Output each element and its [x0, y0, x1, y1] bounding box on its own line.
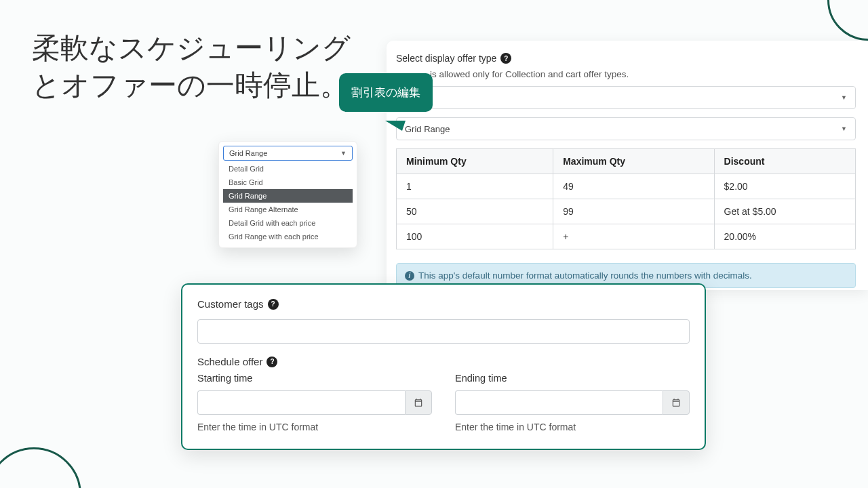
help-icon[interactable]: ? — [268, 299, 279, 310]
info-icon: i — [405, 271, 414, 281]
offer-type-note: is allowed only for Collection and cart … — [430, 69, 856, 79]
customer-tags-label: Customer tags ? — [197, 298, 690, 310]
decor-arc-bottom-left — [0, 447, 81, 488]
offer-config-panel: Select display offer type ? is allowed o… — [387, 41, 868, 290]
cell-discount: $2.00 — [714, 174, 855, 199]
page-heading: 柔軟なスケジューリング とオファーの一時停止。 — [32, 30, 351, 104]
display-offer-type-text: Select display offer type — [396, 53, 496, 64]
cell-min: 1 — [397, 174, 553, 199]
offer-type-select-secondary[interactable]: Grid Range ▼ — [396, 117, 856, 140]
col-discount: Discount — [714, 149, 855, 174]
starting-time-group: Starting time Enter the time in UTC form… — [197, 373, 432, 432]
table-row: 1 49 $2.00 — [397, 174, 856, 199]
display-type-dropdown-value: Grid Range — [229, 149, 267, 157]
schedule-offer-text: Schedule offer — [197, 356, 262, 367]
dropdown-option[interactable]: Detail Grid — [223, 162, 353, 176]
calendar-icon — [414, 398, 423, 407]
rounding-info-text: This app's default number format automat… — [418, 270, 752, 281]
caret-down-icon: ▼ — [340, 150, 347, 157]
caret-down-icon: ▼ — [841, 125, 847, 132]
ending-time-hint: Enter the time in UTC format — [455, 422, 690, 432]
heading-line-1: 柔軟なスケジューリング — [32, 32, 351, 64]
display-type-dropdown-list: Detail Grid Basic Grid Grid Range Grid R… — [223, 162, 353, 243]
schedule-card: Customer tags ? Schedule offer ? Startin… — [181, 283, 706, 450]
starting-time-label: Starting time — [197, 373, 432, 384]
cell-max: 99 — [553, 199, 714, 224]
cell-min: 50 — [397, 199, 553, 224]
cell-max: 49 — [553, 174, 714, 199]
cell-discount: 20.00% — [714, 224, 855, 249]
cell-min: 100 — [397, 224, 553, 249]
decor-arc-top-right — [827, 0, 868, 41]
ending-time-group: Ending time Enter the time in UTC format — [455, 373, 690, 432]
starting-time-calendar-button[interactable] — [405, 390, 432, 415]
col-min-qty: Minimum Qty — [397, 149, 553, 174]
starting-time-hint: Enter the time in UTC format — [197, 422, 432, 432]
ending-time-label: Ending time — [455, 373, 690, 384]
display-type-dropdown-popover: Grid Range ▼ Detail Grid Basic Grid Grid… — [218, 141, 357, 248]
display-offer-type-label: Select display offer type ? — [396, 53, 856, 64]
offer-type-select-secondary-value: Grid Range — [405, 124, 450, 134]
heading-line-2: とオファーの一時停止。 — [32, 69, 349, 101]
calendar-icon — [671, 398, 681, 407]
customer-tags-input[interactable] — [197, 319, 690, 344]
help-icon[interactable]: ? — [500, 53, 511, 64]
help-icon[interactable]: ? — [267, 357, 277, 367]
ending-time-calendar-button[interactable] — [663, 390, 690, 415]
dropdown-option[interactable]: Grid Range Alternate — [223, 203, 353, 216]
cell-discount: Get at $5.00 — [714, 199, 855, 224]
offer-type-select-primary[interactable]: ▼ — [396, 86, 856, 109]
col-max-qty: Maximum Qty — [553, 149, 714, 174]
dropdown-option[interactable]: Grid Range with each price — [223, 230, 353, 243]
schedule-offer-label: Schedule offer ? — [197, 356, 690, 367]
customer-tags-text: Customer tags — [197, 298, 264, 310]
caret-down-icon: ▼ — [841, 94, 847, 101]
dropdown-option[interactable]: Detail Grid with each price — [223, 216, 353, 230]
discount-preview-table: Minimum Qty Maximum Qty Discount 1 49 $2… — [396, 148, 856, 249]
decor-blob — [0, 258, 176, 434]
table-row: 50 99 Get at $5.00 — [397, 199, 856, 224]
table-row: 100 + 20.00% — [397, 224, 856, 249]
edit-discount-callout: 割引表の編集 — [339, 73, 433, 112]
dropdown-option[interactable]: Basic Grid — [223, 176, 353, 189]
dropdown-option-selected[interactable]: Grid Range — [223, 189, 353, 203]
starting-time-input[interactable] — [197, 390, 405, 415]
display-type-dropdown-trigger[interactable]: Grid Range ▼ — [223, 146, 353, 161]
cell-max: + — [553, 224, 714, 249]
ending-time-input[interactable] — [455, 390, 663, 415]
